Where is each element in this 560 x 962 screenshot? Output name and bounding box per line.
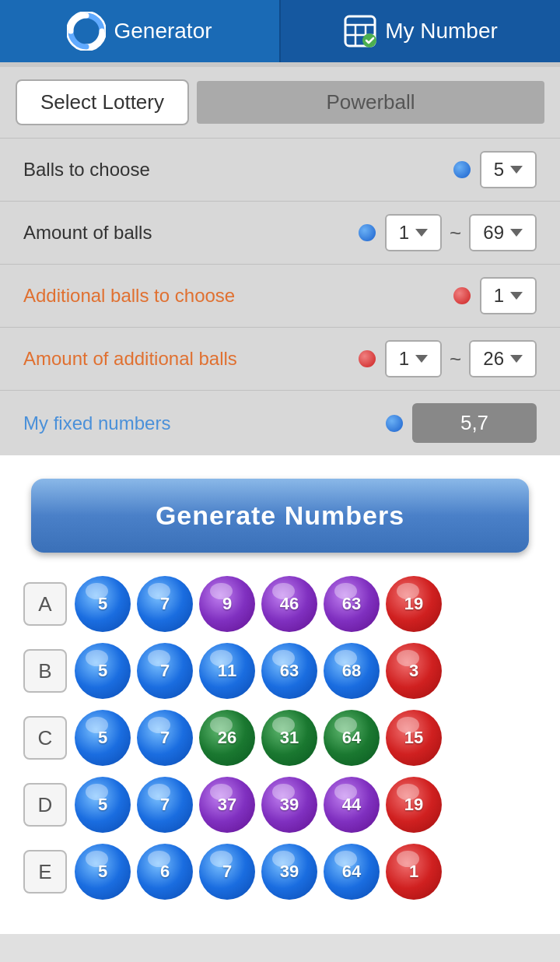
generate-section: Generate Numbers (0, 455, 560, 568)
powerball-label: Powerball (197, 81, 544, 124)
ball-b-5: 68 (324, 643, 380, 699)
ball-c-6: 15 (386, 710, 442, 766)
red-dot-2 (359, 350, 376, 367)
fixed-numbers-row: My fixed numbers 5,7 (0, 391, 560, 455)
fixed-numbers-label: My fixed numbers (23, 413, 376, 434)
ball-b-4: 63 (261, 643, 317, 699)
row-letter-d: D (23, 783, 67, 827)
amount-balls-min-dropdown[interactable]: 1 (385, 214, 442, 251)
amount-additional-label: Amount of additional balls (23, 348, 349, 370)
row-letter-b: B (23, 649, 67, 693)
ball-a-5: 63 (324, 576, 380, 632)
result-row: D5737394419 (23, 777, 537, 833)
results-panel: A579466319B571163683C5726316415D57373944… (0, 568, 560, 934)
ball-b-6: 3 (386, 643, 442, 699)
balls-container-row-b: 571163683 (75, 643, 537, 699)
tab-my-number[interactable]: My Number (279, 0, 560, 62)
balls-container-row-a: 579466319 (75, 576, 537, 632)
amount-balls-max-dropdown[interactable]: 69 (469, 214, 537, 251)
additional-balls-label: Additional balls to choose (23, 285, 444, 307)
ball-e-6: 1 (386, 844, 442, 900)
amount-of-balls-label: Amount of balls (23, 222, 349, 244)
result-row: A579466319 (23, 576, 537, 632)
ball-b-3: 11 (199, 643, 255, 699)
my-number-icon (343, 14, 377, 48)
select-lottery-button[interactable]: Select Lottery (16, 79, 189, 125)
row-letter-c: C (23, 716, 67, 760)
red-dot-1 (453, 287, 471, 304)
ball-a-3: 9 (199, 576, 255, 632)
additional-balls-row: Additional balls to choose 1 (0, 265, 560, 328)
balls-to-choose-row: Balls to choose 5 (0, 139, 560, 202)
results-container: A579466319B571163683C5726316415D57373944… (23, 576, 537, 900)
ball-c-5: 64 (324, 710, 380, 766)
ball-b-2: 7 (137, 643, 193, 699)
ball-e-3: 7 (199, 844, 255, 900)
amount-of-balls-row: Amount of balls 1 ~ 69 (0, 202, 560, 265)
tilde-2: ~ (450, 347, 461, 371)
lottery-row: Select Lottery Powerball (0, 67, 560, 139)
ball-d-5: 44 (324, 777, 380, 833)
tilde-1: ~ (450, 221, 461, 245)
ball-a-6: 19 (386, 576, 442, 632)
ball-a-1: 5 (75, 576, 131, 632)
additional-balls-dropdown[interactable]: 1 (480, 277, 537, 314)
blue-dot-2 (359, 224, 376, 241)
amount-additional-max-dropdown[interactable]: 26 (469, 340, 537, 377)
generate-button[interactable]: Generate Numbers (31, 479, 529, 553)
result-row: B571163683 (23, 643, 537, 699)
row-letter-e: E (23, 850, 67, 894)
ball-d-1: 5 (75, 777, 131, 833)
row-letter-a: A (23, 582, 67, 626)
amount-additional-balls-row: Amount of additional balls 1 ~ 26 (0, 328, 560, 391)
app-logo-icon (67, 12, 106, 51)
balls-to-choose-dropdown[interactable]: 5 (480, 151, 537, 188)
ball-c-2: 7 (137, 710, 193, 766)
ball-e-4: 39 (261, 844, 317, 900)
tab-generator[interactable]: Generator (0, 0, 279, 62)
ball-d-6: 19 (386, 777, 442, 833)
amount-additional-min-dropdown[interactable]: 1 (385, 340, 442, 377)
ball-d-2: 7 (137, 777, 193, 833)
ball-e-5: 64 (324, 844, 380, 900)
balls-container-row-e: 56739641 (75, 844, 537, 900)
app-header: Generator My Number (0, 0, 560, 62)
ball-c-1: 5 (75, 710, 131, 766)
ball-c-3: 26 (199, 710, 255, 766)
result-row: E56739641 (23, 844, 537, 900)
tab-my-number-label: My Number (385, 19, 498, 44)
blue-dot-fixed (386, 415, 403, 432)
balls-to-choose-label: Balls to choose (23, 159, 444, 181)
ball-c-4: 31 (261, 710, 317, 766)
balls-container-row-d: 5737394419 (75, 777, 537, 833)
ball-e-1: 5 (75, 844, 131, 900)
ball-a-4: 46 (261, 576, 317, 632)
svg-point-6 (362, 33, 376, 47)
ball-e-2: 6 (137, 844, 193, 900)
ball-a-2: 7 (137, 576, 193, 632)
tab-generator-label: Generator (114, 19, 212, 44)
blue-dot-1 (453, 161, 471, 178)
fixed-numbers-display[interactable]: 5,7 (412, 403, 537, 443)
result-row: C5726316415 (23, 710, 537, 766)
ball-b-1: 5 (75, 643, 131, 699)
ball-d-3: 37 (199, 777, 255, 833)
balls-container-row-c: 5726316415 (75, 710, 537, 766)
ball-d-4: 39 (261, 777, 317, 833)
settings-panel: Select Lottery Powerball Balls to choose… (0, 67, 560, 455)
